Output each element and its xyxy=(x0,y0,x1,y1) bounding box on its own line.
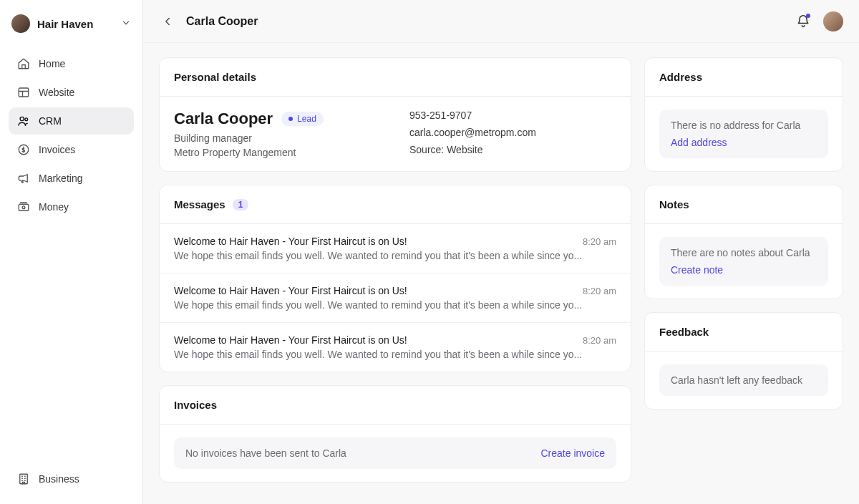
nav-item-website[interactable]: Website xyxy=(9,79,134,106)
nav-label: Home xyxy=(39,58,65,69)
card-title: Personal details xyxy=(174,71,256,83)
nav-label: Website xyxy=(39,87,74,98)
cash-icon xyxy=(17,200,30,213)
message-time: 8:20 am xyxy=(583,335,616,346)
messages-count-badge: 1 xyxy=(233,199,249,210)
nav-label: Invoices xyxy=(39,144,75,155)
card-header: Notes xyxy=(645,185,843,224)
svg-point-1 xyxy=(20,117,24,120)
address-empty: There is no address for Carla Add addres… xyxy=(659,110,828,158)
org-name: Hair Haven xyxy=(37,18,114,30)
home-icon xyxy=(17,57,30,70)
megaphone-icon xyxy=(17,172,30,185)
message-subject: Welcome to Hair Haven - Your First Hairc… xyxy=(174,334,574,346)
topbar: Carla Cooper xyxy=(143,0,859,43)
notification-dot-icon xyxy=(806,14,810,18)
org-switcher[interactable]: Hair Haven xyxy=(9,11,134,44)
dollar-circle-icon xyxy=(17,143,30,156)
nav-item-marketing[interactable]: Marketing xyxy=(9,165,134,192)
user-avatar[interactable] xyxy=(823,11,843,32)
nav-label: Money xyxy=(39,201,69,213)
svg-rect-0 xyxy=(19,88,29,97)
svg-point-5 xyxy=(22,206,25,209)
contact-company: Metro Property Mangement xyxy=(174,147,381,158)
contact-source: Source: Website xyxy=(409,144,616,155)
message-subject: Welcome to Hair Haven - Your First Hairc… xyxy=(174,285,574,296)
nav-item-crm[interactable]: CRM xyxy=(9,107,134,135)
personal-details-card: Personal details Carla Cooper Lead Build… xyxy=(159,57,631,172)
card-header: Invoices xyxy=(160,386,631,425)
contact-role: Building manager xyxy=(174,132,381,144)
page-title: Carla Cooper xyxy=(186,15,783,28)
feedback-card: Feedback Carla hasn't left any feedback xyxy=(644,312,843,410)
nav-label: Marketing xyxy=(39,173,82,184)
content: Personal details Carla Cooper Lead Build… xyxy=(143,43,859,504)
card-header: Messages 1 xyxy=(160,185,631,224)
contact-phone: 953-251-9707 xyxy=(409,110,616,121)
invoices-empty: No invoices have been sent to Carla Crea… xyxy=(174,437,616,469)
chevron-down-icon xyxy=(121,18,131,30)
address-card: Address There is no address for Carla Ad… xyxy=(644,57,843,172)
message-item[interactable]: Welcome to Hair Haven - Your First Hairc… xyxy=(160,273,631,322)
nav-item-invoices[interactable]: Invoices xyxy=(9,136,134,163)
contact-name: Carla Cooper xyxy=(174,110,273,128)
message-time: 8:20 am xyxy=(583,236,616,247)
building-icon xyxy=(17,472,30,485)
card-header: Feedback xyxy=(645,313,843,352)
card-title: Notes xyxy=(659,198,689,210)
notes-empty: There are no notes about Carla Create no… xyxy=(659,237,828,286)
message-preview: We hope this email finds you well. We wa… xyxy=(174,349,616,360)
message-preview: We hope this email finds you well. We wa… xyxy=(174,250,616,261)
notes-card: Notes There are no notes about Carla Cre… xyxy=(644,185,843,299)
org-avatar xyxy=(11,14,30,33)
message-item[interactable]: Welcome to Hair Haven - Your First Hairc… xyxy=(160,322,631,372)
message-time: 8:20 am xyxy=(583,286,616,296)
svg-rect-4 xyxy=(19,204,29,210)
nav-label: Business xyxy=(39,473,79,485)
main: Carla Cooper Personal details Carla Coop… xyxy=(143,0,859,504)
card-title: Messages xyxy=(174,198,225,210)
contact-email: carla.cooper@metropm.com xyxy=(409,127,616,138)
back-button[interactable] xyxy=(159,13,176,30)
feedback-empty: Carla hasn't left any feedback xyxy=(659,364,828,396)
message-subject: Welcome to Hair Haven - Your First Hairc… xyxy=(174,236,574,247)
nav: Home Website CRM Invoices Marketing xyxy=(9,50,134,220)
nav-item-money[interactable]: Money xyxy=(9,193,134,220)
card-header: Personal details xyxy=(160,58,631,97)
empty-text: There is no address for Carla xyxy=(671,120,817,131)
messages-card: Messages 1 Welcome to Hair Haven - Your … xyxy=(159,185,631,372)
message-preview: We hope this email finds you well. We wa… xyxy=(174,299,616,311)
layout-icon xyxy=(17,86,30,99)
nav-item-business[interactable]: Business xyxy=(9,465,134,493)
nav-item-home[interactable]: Home xyxy=(9,50,134,77)
card-header: Address xyxy=(645,58,843,97)
messages-list: Welcome to Hair Haven - Your First Hairc… xyxy=(160,224,631,372)
users-icon xyxy=(17,115,30,127)
sidebar: Hair Haven Home Website CRM xyxy=(0,0,143,504)
status-badge: Lead xyxy=(281,112,324,126)
empty-text: Carla hasn't left any feedback xyxy=(671,374,817,386)
empty-text: There are no notes about Carla xyxy=(671,247,817,258)
nav-label: CRM xyxy=(39,115,62,127)
card-title: Address xyxy=(659,71,702,83)
create-note-link[interactable]: Create note xyxy=(671,264,817,276)
empty-text: No invoices have been sent to Carla xyxy=(185,447,346,459)
status-label: Lead xyxy=(297,114,316,124)
card-title: Feedback xyxy=(659,326,709,338)
invoices-card: Invoices No invoices have been sent to C… xyxy=(159,385,631,483)
add-address-link[interactable]: Add address xyxy=(671,137,817,148)
card-title: Invoices xyxy=(174,399,217,411)
svg-point-2 xyxy=(25,118,28,121)
create-invoice-link[interactable]: Create invoice xyxy=(541,447,606,459)
message-item[interactable]: Welcome to Hair Haven - Your First Hairc… xyxy=(160,224,631,273)
notifications-button[interactable] xyxy=(793,11,813,32)
